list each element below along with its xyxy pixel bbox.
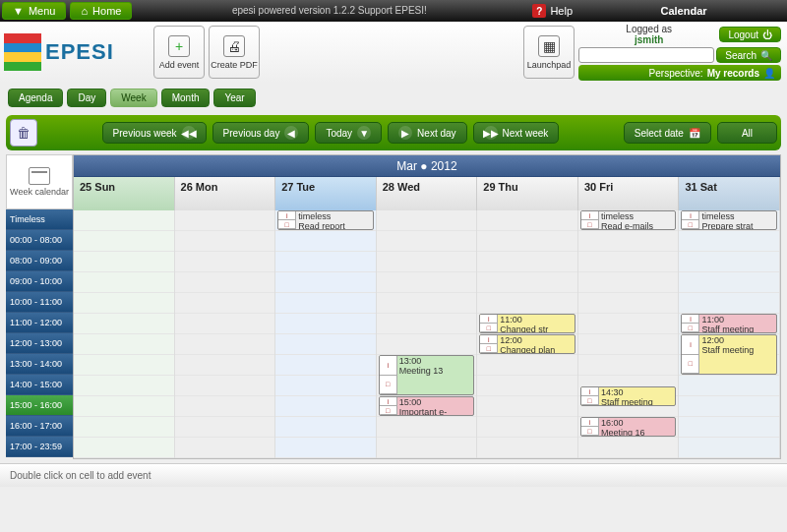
time-slot[interactable]: 00:00 - 08:00 [6, 230, 73, 251]
tab-month[interactable]: Month [161, 89, 211, 107]
grid-cell[interactable] [175, 293, 275, 314]
perspective-selector[interactable]: Perspective: My records 👤 [578, 65, 781, 81]
event-sat-timeless[interactable]: i□timelessPrepare strat [681, 210, 777, 230]
grid-cell[interactable] [679, 417, 779, 438]
grid-cell[interactable] [275, 252, 376, 272]
trash-button[interactable]: 🗑 [10, 119, 37, 147]
grid-cell[interactable] [578, 252, 679, 272]
next-week-button[interactable]: ▶▶Next week [473, 122, 560, 144]
grid-cell[interactable] [578, 334, 679, 355]
grid-cell[interactable] [578, 438, 679, 458]
day-header-wed[interactable]: 28 Wed [377, 177, 478, 210]
grid-cell[interactable] [377, 334, 477, 355]
grid-cell[interactable] [578, 293, 679, 314]
time-slot[interactable]: 13:00 - 14:00 [6, 354, 73, 375]
grid-cell[interactable] [175, 396, 275, 417]
grid-cell[interactable] [679, 376, 779, 396]
event-thu-12[interactable]: i□12:00Changed plan [479, 334, 575, 354]
grid-cell[interactable] [377, 417, 477, 438]
grid-cell[interactable] [175, 314, 275, 334]
grid-cell[interactable] [377, 210, 477, 231]
grid-cell[interactable] [477, 252, 577, 272]
menu-button[interactable]: ▼Menu [2, 2, 66, 20]
time-slot[interactable]: 15:00 - 16:00 [6, 395, 73, 416]
grid-cell[interactable] [578, 314, 679, 334]
grid-cell[interactable] [275, 396, 376, 417]
event-fri-16[interactable]: i□16:00Meeting 16 [580, 417, 677, 437]
grid-cell[interactable] [175, 417, 275, 438]
grid-cell[interactable] [578, 355, 679, 376]
grid-cell[interactable] [74, 252, 174, 272]
col-sun[interactable] [74, 210, 175, 458]
col-sat[interactable]: i□timelessPrepare strat i□11:00Staff mee… [679, 210, 780, 458]
grid-cell[interactable] [377, 438, 477, 458]
day-header-mon[interactable]: 26 Mon [175, 177, 276, 210]
grid-cell[interactable] [175, 272, 275, 293]
grid-cell[interactable] [477, 438, 577, 458]
grid-cell[interactable] [74, 334, 174, 355]
event-wed-13[interactable]: i□13:00Meeting 13 [379, 355, 475, 395]
grid-cell[interactable] [74, 396, 174, 417]
grid-cell[interactable] [175, 438, 275, 458]
grid-cell[interactable] [275, 438, 376, 458]
time-slot[interactable]: 16:00 - 17:00 [6, 416, 73, 437]
grid-cell[interactable] [175, 334, 275, 355]
grid-cell[interactable] [275, 314, 376, 334]
search-button[interactable]: Search🔍 [716, 47, 781, 63]
event-wed-15[interactable]: i□15:00Important e- [379, 396, 475, 416]
grid-cell[interactable] [275, 376, 376, 396]
week-calendar-selector[interactable]: Week calendar [6, 154, 73, 209]
select-date-button[interactable]: Select date📅 [624, 122, 711, 144]
col-mon[interactable] [175, 210, 276, 458]
grid-cell[interactable] [477, 355, 577, 376]
time-slot[interactable]: 11:00 - 12:00 [6, 313, 73, 333]
event-sat-12[interactable]: i□12:00Staff meeting [681, 334, 777, 375]
tab-week[interactable]: Week [110, 89, 156, 107]
tab-year[interactable]: Year [213, 89, 255, 107]
time-slot[interactable]: 17:00 - 23:59 [6, 437, 73, 457]
create-pdf-button[interactable]: 🖨 Create PDF [209, 26, 260, 79]
grid-cell[interactable] [679, 272, 779, 293]
grid-cell[interactable] [679, 231, 779, 252]
grid-cell[interactable] [377, 314, 477, 334]
grid-cell[interactable] [679, 293, 779, 314]
col-tue[interactable]: i□timelessRead report [275, 210, 377, 458]
grid-cell[interactable] [175, 231, 275, 252]
grid-cell[interactable] [477, 417, 577, 438]
event-tue-timeless[interactable]: i□timelessRead report [277, 210, 374, 230]
grid-cell[interactable] [377, 252, 477, 272]
day-header-tue[interactable]: 27 Tue [275, 177, 377, 210]
time-slot[interactable]: 09:00 - 10:00 [6, 271, 73, 292]
home-button[interactable]: ⌂Home [70, 2, 132, 20]
grid-cell[interactable] [477, 231, 577, 252]
help-link[interactable]: ? Help [524, 0, 580, 22]
grid-cell[interactable] [275, 334, 376, 355]
grid-cell[interactable] [377, 293, 477, 314]
time-slot[interactable]: 08:00 - 09:00 [6, 251, 73, 271]
tab-day[interactable]: Day [67, 89, 106, 107]
grid-cell[interactable] [477, 396, 577, 417]
grid-cell[interactable] [679, 252, 779, 272]
grid-cell[interactable] [275, 231, 376, 252]
grid-cell[interactable] [175, 376, 275, 396]
col-fri[interactable]: i□timelessRead e-mails i□14:30Staff meet… [578, 210, 680, 458]
grid-cell[interactable] [74, 272, 174, 293]
grid-cell[interactable] [377, 272, 477, 293]
grid-cell[interactable] [275, 417, 376, 438]
all-button[interactable]: All [717, 122, 777, 144]
grid-cell[interactable] [175, 252, 275, 272]
next-day-button[interactable]: ▶Next day [388, 122, 466, 144]
grid-cell[interactable] [74, 417, 174, 438]
grid-cell[interactable] [275, 355, 376, 376]
time-slot[interactable]: 12:00 - 13:00 [6, 333, 73, 354]
col-wed[interactable]: i□13:00Meeting 13 i□15:00Important e- [377, 210, 478, 458]
day-header-thu[interactable]: 29 Thu [477, 177, 578, 210]
day-header-fri[interactable]: 30 Fri [578, 177, 680, 210]
time-slot[interactable]: 10:00 - 11:00 [6, 292, 73, 313]
grid-cell[interactable] [74, 438, 174, 458]
event-fri-timeless[interactable]: i□timelessRead e-mails [580, 210, 677, 230]
tab-agenda[interactable]: Agenda [8, 89, 63, 107]
grid-cell[interactable] [477, 272, 577, 293]
grid-cell[interactable] [578, 231, 679, 252]
day-header-sat[interactable]: 31 Sat [679, 177, 780, 210]
